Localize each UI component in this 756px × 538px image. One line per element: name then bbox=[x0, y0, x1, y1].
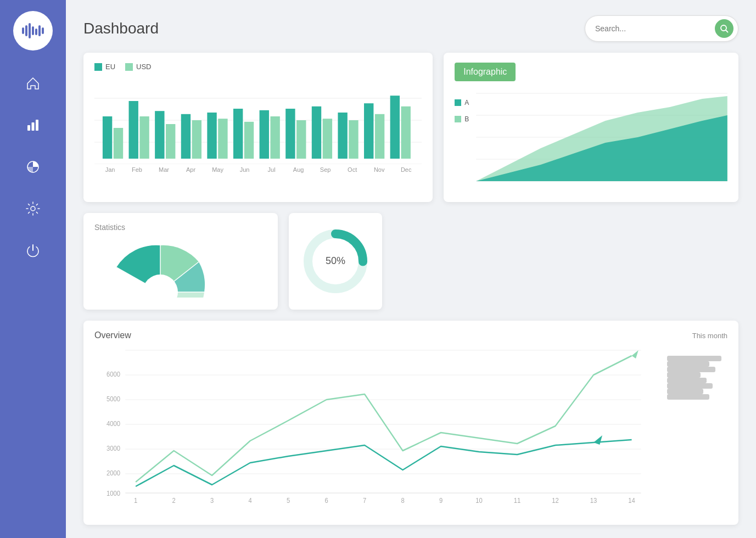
svg-rect-35 bbox=[312, 107, 321, 159]
svg-text:2: 2 bbox=[172, 497, 175, 504]
sidebar-item-settings[interactable] bbox=[22, 198, 44, 220]
svg-text:7: 7 bbox=[363, 497, 366, 504]
bar-chart-card: EU USD JanFebMarAprMayJunJulAugSepOctNov… bbox=[83, 53, 433, 202]
svg-text:13: 13 bbox=[590, 497, 597, 504]
svg-text:4: 4 bbox=[248, 497, 252, 504]
month-bar-item bbox=[667, 367, 715, 372]
svg-rect-9 bbox=[36, 120, 38, 131]
svg-text:10: 10 bbox=[475, 497, 483, 504]
svg-rect-27 bbox=[207, 113, 216, 159]
bar-x-label: Apr bbox=[177, 166, 204, 173]
svg-rect-6 bbox=[42, 27, 44, 34]
svg-rect-44 bbox=[455, 116, 461, 122]
bar-x-label: Jul bbox=[258, 166, 285, 173]
infographic-card: Infographic A B bbox=[444, 53, 738, 202]
bar-x-label: Oct bbox=[339, 166, 366, 173]
svg-text:9: 9 bbox=[439, 497, 443, 504]
sidebar-item-charts[interactable] bbox=[22, 114, 44, 136]
sidebar-item-home[interactable] bbox=[22, 72, 44, 94]
statistics-title: Statistics bbox=[94, 223, 267, 232]
svg-rect-22 bbox=[139, 116, 149, 159]
svg-rect-30 bbox=[244, 122, 254, 159]
svg-rect-43 bbox=[455, 99, 461, 106]
svg-rect-23 bbox=[155, 111, 164, 159]
header-row: Dashboard bbox=[83, 15, 738, 42]
area-chart: A B bbox=[455, 88, 727, 192]
svg-text:1: 1 bbox=[134, 497, 137, 504]
svg-text:5: 5 bbox=[287, 497, 290, 504]
svg-rect-32 bbox=[270, 116, 279, 159]
svg-text:6: 6 bbox=[324, 497, 328, 504]
svg-rect-5 bbox=[38, 25, 41, 36]
sidebar-item-power[interactable] bbox=[22, 239, 44, 261]
svg-rect-38 bbox=[349, 120, 358, 159]
line-chart-svg: 1000 2000 3000 4000 5000 6000 1 2 3 4 5 … bbox=[94, 345, 662, 504]
svg-rect-26 bbox=[192, 120, 201, 159]
month-bar-item bbox=[667, 361, 709, 367]
svg-rect-33 bbox=[285, 109, 295, 159]
overview-content: 1000 2000 3000 4000 5000 6000 1 2 3 4 5 … bbox=[94, 345, 727, 529]
sidebar bbox=[0, 0, 66, 538]
donut-chart: 50% bbox=[300, 226, 371, 297]
statistics-chart bbox=[94, 237, 226, 298]
svg-rect-37 bbox=[338, 113, 347, 159]
main-content: Dashboard EU USD bbox=[66, 0, 756, 538]
bar-chart-x-labels: JanFebMarAprMayJunJulAugSepOctNovDec bbox=[94, 166, 422, 173]
svg-marker-87 bbox=[632, 350, 639, 358]
svg-rect-24 bbox=[166, 124, 175, 159]
svg-rect-42 bbox=[401, 107, 411, 159]
svg-rect-3 bbox=[32, 26, 34, 35]
bar-x-label: Dec bbox=[393, 166, 419, 173]
svg-rect-25 bbox=[181, 114, 191, 159]
svg-text:6000: 6000 bbox=[107, 371, 121, 378]
svg-text:8: 8 bbox=[401, 497, 404, 504]
bar-x-label: Nov bbox=[366, 166, 393, 173]
line-chart-container: 1000 2000 3000 4000 5000 6000 1 2 3 4 5 … bbox=[94, 345, 662, 529]
svg-rect-14 bbox=[125, 63, 133, 71]
month-bar-item bbox=[667, 394, 709, 400]
legend-a: A bbox=[455, 99, 469, 107]
svg-rect-1 bbox=[25, 25, 27, 36]
svg-rect-20 bbox=[114, 128, 123, 159]
area-chart-legend: A B bbox=[455, 99, 469, 123]
bar-chart-area: JanFebMarAprMayJunJulAugSepOctNovDec bbox=[94, 76, 422, 175]
month-bar-item bbox=[667, 372, 701, 378]
bar-x-label: Mar bbox=[150, 166, 177, 173]
page-title: Dashboard bbox=[83, 20, 159, 37]
svg-rect-36 bbox=[323, 119, 332, 159]
brand-logo bbox=[13, 11, 53, 51]
statistics-card: Statistics bbox=[83, 213, 278, 310]
bar-chart-legend: EU USD bbox=[94, 63, 422, 71]
donut-card: 50% bbox=[289, 213, 382, 310]
bar-x-label: Feb bbox=[124, 166, 150, 173]
search-input[interactable] bbox=[595, 24, 715, 33]
svg-rect-8 bbox=[32, 122, 35, 131]
legend-eu: EU bbox=[94, 63, 115, 71]
svg-text:12: 12 bbox=[552, 497, 559, 504]
month-bar-item bbox=[667, 356, 721, 361]
overview-title: Overview bbox=[94, 330, 131, 340]
spacer-right bbox=[393, 213, 738, 310]
month-bar-item bbox=[667, 383, 713, 389]
svg-rect-29 bbox=[233, 109, 243, 159]
svg-rect-31 bbox=[260, 110, 269, 159]
overview-header: Overview This month bbox=[94, 330, 727, 340]
svg-rect-4 bbox=[35, 29, 37, 35]
svg-text:1000: 1000 bbox=[107, 490, 121, 497]
svg-marker-88 bbox=[593, 435, 602, 445]
svg-text:2000: 2000 bbox=[107, 469, 121, 477]
svg-text:5000: 5000 bbox=[107, 395, 121, 402]
sidebar-item-analytics[interactable] bbox=[22, 156, 44, 178]
infographic-title: Infographic bbox=[455, 63, 516, 81]
sidebar-navigation bbox=[22, 72, 44, 261]
svg-text:3000: 3000 bbox=[107, 445, 121, 452]
svg-rect-0 bbox=[22, 27, 24, 34]
search-button[interactable] bbox=[715, 19, 733, 38]
svg-rect-34 bbox=[296, 120, 306, 159]
overview-card: Overview This month 1000 2000 3000 bbox=[83, 321, 738, 525]
svg-point-11 bbox=[31, 206, 35, 211]
svg-rect-2 bbox=[29, 23, 31, 38]
svg-rect-39 bbox=[364, 103, 373, 159]
svg-rect-21 bbox=[129, 101, 138, 159]
svg-rect-19 bbox=[103, 116, 112, 159]
